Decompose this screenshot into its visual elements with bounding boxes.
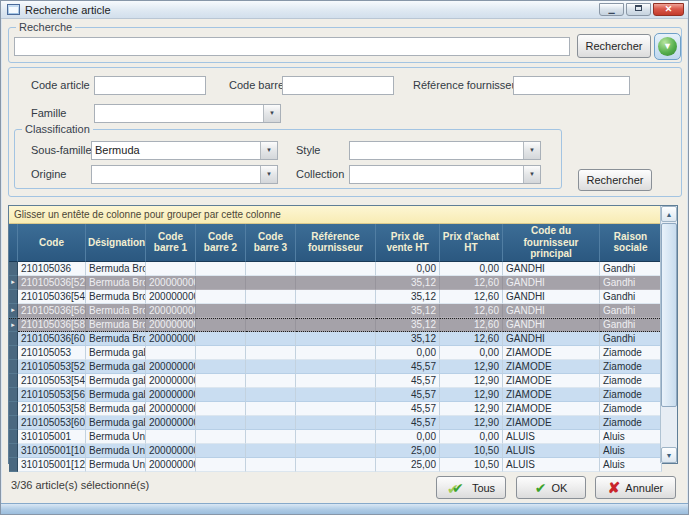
maximize-button[interactable] — [626, 3, 651, 16]
cell-code-barre-1: 20000000043 — [146, 318, 196, 332]
chevron-down-icon[interactable]: ▼ — [263, 105, 280, 122]
table-row[interactable]: 210105053[58 Bermuda gabard 20000000043 … — [9, 402, 662, 416]
ok-button[interactable]: ✔ OK — [516, 476, 586, 499]
cell-prix-vente: 25,00 — [376, 444, 440, 458]
chevron-down-icon[interactable]: ▼ — [260, 142, 277, 159]
chevron-down-icon[interactable]: ▼ — [260, 166, 277, 183]
maximize-icon — [635, 5, 642, 11]
table-row[interactable]: 210105036[54 Bermuda Brodé 20000000043 3… — [9, 290, 662, 304]
annuler-button[interactable]: ✘ Annuler — [595, 476, 676, 499]
close-button[interactable]: ✕ — [653, 3, 684, 16]
cell-raison-sociale: Ziamode — [600, 346, 662, 360]
cell-code: 210105036[58 — [18, 318, 86, 332]
row-indicator — [9, 458, 18, 472]
cell-prix-achat: 12,90 — [440, 388, 503, 402]
table-row[interactable]: 210105053 Bermuda gabard 0,00 0,00 ZIAMO… — [9, 346, 662, 360]
table-row[interactable]: 210105036 Bermuda Brodé 0,00 0,00 GANDHI… — [9, 262, 662, 276]
column-header-code[interactable]: Code — [18, 224, 86, 262]
code-article-input[interactable] — [94, 76, 206, 95]
cell-reference-fournisseur — [296, 332, 376, 346]
cell-prix-vente: 0,00 — [376, 346, 440, 360]
cell-code-barre-2 — [196, 318, 246, 332]
row-indicator — [9, 346, 18, 360]
cell-code-barre-1: 20000000043 — [146, 276, 196, 290]
cell-reference-fournisseur — [296, 388, 376, 402]
table-row[interactable]: 210105053[52 Bermuda gabard 20000000043 … — [9, 360, 662, 374]
column-header-reference-fournisseur[interactable]: Référence fournisseur — [296, 224, 376, 262]
collection-select[interactable]: ▼ — [349, 165, 541, 184]
table-row[interactable]: 210105053[60 Bermuda gabard 20000000043 … — [9, 416, 662, 430]
app-icon — [7, 4, 20, 15]
chevron-down-icon[interactable]: ▼ — [523, 142, 540, 159]
cell-designation: Bermuda Brodé — [86, 318, 146, 332]
table-row[interactable]: 210105053[56 Bermuda gabard 20000000043 … — [9, 388, 662, 402]
cell-raison-sociale: Ziamode — [600, 388, 662, 402]
column-header-designation[interactable]: Désignation — [86, 224, 146, 262]
code-barre-input[interactable] — [282, 76, 394, 95]
table-row[interactable]: ▸ 210105036[52 Bermuda Brodé 20000000043… — [9, 276, 662, 290]
cell-prix-achat: 12,60 — [440, 332, 503, 346]
scrollbar-thumb[interactable] — [661, 223, 677, 407]
column-header-code-fournisseur[interactable]: Code du fournisseur principal — [503, 224, 600, 262]
table-body: 210105036 Bermuda Brodé 0,00 0,00 GANDHI… — [9, 262, 662, 472]
table-row[interactable]: 310105001[10A Bermuda Uni 20000000048 25… — [9, 444, 662, 458]
expand-search-button[interactable]: ▼ — [654, 33, 681, 60]
scroll-up-button[interactable]: ▲ — [661, 206, 677, 222]
table-row[interactable]: ▸ 210105036[56 Bermuda Brodé 20000000043… — [9, 304, 662, 318]
search-button-filters[interactable]: Rechercher — [578, 169, 652, 191]
vertical-scrollbar[interactable]: ▲ ▼ — [660, 206, 677, 463]
cell-code-barre-1: 20000000043 — [146, 416, 196, 430]
sous-famille-label: Sous-famille — [31, 144, 92, 156]
cell-designation: Bermuda Brodé — [86, 332, 146, 346]
scroll-down-button[interactable]: ▼ — [661, 447, 677, 463]
search-button-top[interactable]: Rechercher — [577, 34, 651, 58]
cell-prix-vente: 35,12 — [376, 290, 440, 304]
table-row[interactable]: 210105053[54 Bermuda gabard 20000000043 … — [9, 374, 662, 388]
row-indicator — [9, 332, 18, 346]
cell-reference-fournisseur — [296, 458, 376, 472]
window-title: Recherche article — [25, 4, 597, 16]
scroll-up-icon: ▲ — [666, 211, 673, 218]
cell-code-barre-1: 20000000043 — [146, 304, 196, 318]
cell-raison-sociale: Ziamode — [600, 416, 662, 430]
scroll-down-icon: ▼ — [666, 452, 673, 459]
cell-code-barre-3 — [246, 416, 296, 430]
tous-button[interactable]: ✔✔ Tous — [436, 476, 506, 499]
cell-reference-fournisseur — [296, 374, 376, 388]
cell-reference-fournisseur — [296, 430, 376, 444]
cell-code-barre-3 — [246, 360, 296, 374]
search-input[interactable] — [14, 37, 570, 56]
column-header-prix-achat[interactable]: Prix d'achat HT — [440, 224, 503, 262]
cell-code-barre-3 — [246, 262, 296, 276]
chevron-down-icon[interactable]: ▼ — [523, 166, 540, 183]
column-header-code-barre-1[interactable]: Code barre 1 — [146, 224, 196, 262]
column-header-code-barre-3[interactable]: Code barre 3 — [246, 224, 296, 262]
style-select[interactable]: ▼ — [349, 141, 541, 160]
cell-code-barre-2 — [196, 374, 246, 388]
table-row[interactable]: 310105001 Bermuda Uni 0,00 0,00 ALUIS Al… — [9, 430, 662, 444]
cell-reference-fournisseur — [296, 416, 376, 430]
cell-prix-vente: 35,12 — [376, 332, 440, 346]
cell-raison-sociale: Aluis — [600, 444, 662, 458]
cell-code: 210105036[56 — [18, 304, 86, 318]
cell-code-barre-3 — [246, 276, 296, 290]
famille-select[interactable]: ▼ — [94, 104, 281, 123]
cell-designation: Bermuda gabard — [86, 388, 146, 402]
cell-prix-achat: 0,00 — [440, 430, 503, 444]
table-row[interactable]: ▸ 210105036[58 Bermuda Brodé 20000000043… — [9, 318, 662, 332]
row-indicator: ▸ — [9, 318, 18, 332]
red-cross-icon: ✘ — [608, 480, 621, 495]
minimize-button[interactable]: ▁ — [599, 3, 624, 16]
group-by-band[interactable]: Glisser un entête de colonne pour groupe… — [9, 206, 660, 224]
origine-select[interactable]: ▼ — [91, 165, 278, 184]
column-header-raison-sociale[interactable]: Raison sociale — [600, 224, 662, 262]
cell-code-fournisseur: ZIAMODE — [503, 374, 600, 388]
cell-code-barre-1: 20000000048 — [146, 444, 196, 458]
cell-code-barre-3 — [246, 402, 296, 416]
table-row[interactable]: 310105001[12A Bermuda Uni 20000000043 25… — [9, 458, 662, 472]
column-header-prix-vente[interactable]: Prix de vente HT — [376, 224, 440, 262]
sous-famille-select[interactable]: Bermuda ▼ — [91, 141, 278, 160]
column-header-code-barre-2[interactable]: Code barre 2 — [196, 224, 246, 262]
reference-fournisseur-input[interactable] — [513, 76, 630, 95]
table-row[interactable]: 210105036[60 Bermuda Brodé 20000000043 3… — [9, 332, 662, 346]
